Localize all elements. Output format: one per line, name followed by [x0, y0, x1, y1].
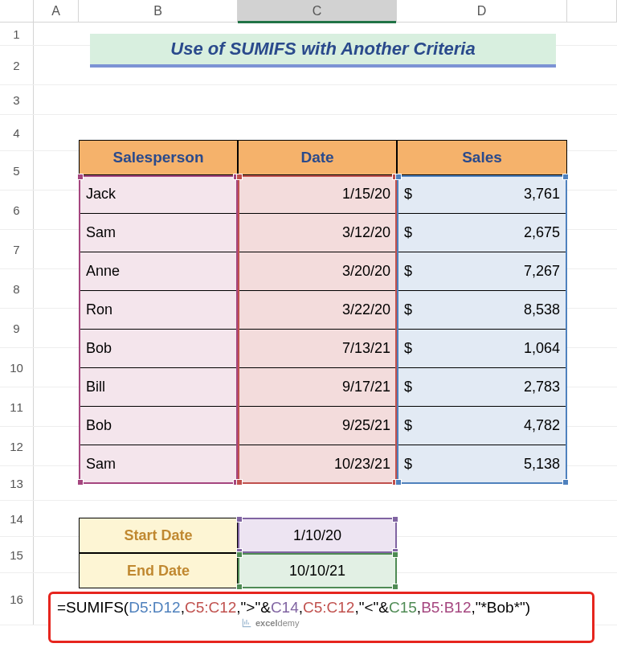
col-header-C[interactable]: C	[238, 0, 397, 22]
column-headers: A B C D	[0, 0, 617, 23]
spreadsheet-grid: A B C D 1 2 3 4 5 6 7 8 9 10 11 12 13 14…	[0, 0, 617, 672]
row-header-7[interactable]: 7	[0, 230, 34, 268]
formula-ref-b: B5:B12	[421, 597, 471, 618]
formula-ref-c15: C15	[389, 597, 417, 618]
row-header-13[interactable]: 13	[0, 466, 34, 500]
row-header-5[interactable]: 5	[0, 151, 34, 190]
row-header-3[interactable]: 3	[0, 85, 34, 114]
end-date-label[interactable]: End Date	[79, 553, 238, 588]
col-header-B[interactable]: B	[79, 0, 238, 22]
cell-salesperson[interactable]: Ron	[79, 291, 238, 330]
row-header-4[interactable]: 4	[0, 115, 34, 150]
cell-date[interactable]: 9/25/21	[238, 407, 397, 445]
row-header-11[interactable]: 11	[0, 387, 34, 426]
formula-ref-d: D5:D12	[129, 597, 180, 618]
cell-sales[interactable]: $3,761	[397, 175, 567, 214]
header-date[interactable]: Date	[238, 140, 397, 175]
row-header-1[interactable]: 1	[0, 23, 34, 45]
cell-sales[interactable]: $5,138	[397, 445, 567, 484]
cell-salesperson[interactable]: Sam	[79, 214, 238, 252]
row-header-9[interactable]: 9	[0, 309, 34, 347]
start-date-value[interactable]: 1/10/20	[238, 518, 397, 553]
watermark: exceldemy	[241, 617, 299, 629]
cell-salesperson[interactable]: Anne	[79, 252, 238, 291]
table-row: Bob9/25/21$4,782	[79, 407, 567, 445]
cell-salesperson[interactable]: Bob	[79, 330, 238, 368]
col-header-A[interactable]: A	[34, 0, 79, 22]
end-date-value[interactable]: 10/10/21	[238, 553, 397, 588]
formula-ref-c1: C5:C12	[185, 597, 236, 618]
cell-salesperson[interactable]: Bob	[79, 407, 238, 445]
cell-date[interactable]: 3/22/20	[238, 291, 397, 330]
table-row: Jack1/15/20$3,761	[79, 175, 567, 214]
cell-date[interactable]: 3/12/20	[238, 214, 397, 252]
formula-cell[interactable]: =SUMIFS( D5:D12 , C5:C12 ,">"& C14 , C5:…	[48, 592, 595, 643]
row-header-12[interactable]: 12	[0, 427, 34, 465]
row-header-15[interactable]: 15	[0, 537, 34, 572]
table-row: Sam3/12/20$2,675	[79, 214, 567, 252]
data-table: Salesperson Date Sales Jack1/15/20$3,761…	[79, 140, 567, 484]
cell-date[interactable]: 10/23/21	[238, 445, 397, 484]
cell-sales[interactable]: $7,267	[397, 252, 567, 291]
table-header-row: Salesperson Date Sales	[79, 140, 567, 175]
formula-ref-c2: C5:C12	[303, 597, 354, 618]
formula-ref-c14: C14	[271, 597, 299, 618]
row-header-14[interactable]: 14	[0, 501, 34, 536]
criteria-block: Start Date 1/10/20 End Date 10/10/21	[79, 518, 397, 588]
row-header-6[interactable]: 6	[0, 191, 34, 229]
chart-icon	[241, 617, 252, 629]
cell-date[interactable]: 1/15/20	[238, 175, 397, 214]
col-header-D[interactable]: D	[397, 0, 567, 22]
cell-sales[interactable]: $8,538	[397, 291, 567, 330]
cell-sales[interactable]: $1,064	[397, 330, 567, 368]
cell-sales[interactable]: $4,782	[397, 407, 567, 445]
cell-date[interactable]: 3/20/20	[238, 252, 397, 291]
cell-salesperson[interactable]: Bill	[79, 368, 238, 407]
start-date-label[interactable]: Start Date	[79, 518, 238, 553]
row-header-10[interactable]: 10	[0, 348, 34, 387]
formula-prefix: =SUMIFS(	[57, 597, 129, 618]
row-header-16[interactable]: 16	[0, 573, 34, 625]
cell-sales[interactable]: $2,783	[397, 368, 567, 407]
cell-salesperson[interactable]: Sam	[79, 445, 238, 484]
page-title: Use of SUMIFS with Another Criteria	[90, 34, 556, 68]
table-row: Ron3/22/20$8,538	[79, 291, 567, 330]
select-all-corner[interactable]	[0, 0, 34, 22]
cell-date[interactable]: 9/17/21	[238, 368, 397, 407]
row-header-2[interactable]: 2	[0, 46, 34, 84]
col-header-rest	[567, 0, 617, 22]
cell-salesperson[interactable]: Jack	[79, 175, 238, 214]
row-header-8[interactable]: 8	[0, 269, 34, 308]
header-sales[interactable]: Sales	[397, 140, 567, 175]
header-salesperson[interactable]: Salesperson	[79, 140, 238, 175]
table-row: Bob7/13/21$1,064	[79, 330, 567, 368]
table-row: Sam10/23/21$5,138	[79, 445, 567, 484]
cell-sales[interactable]: $2,675	[397, 214, 567, 252]
table-row: Anne3/20/20$7,267	[79, 252, 567, 291]
cell-date[interactable]: 7/13/21	[238, 330, 397, 368]
table-row: Bill9/17/21$2,783	[79, 368, 567, 407]
